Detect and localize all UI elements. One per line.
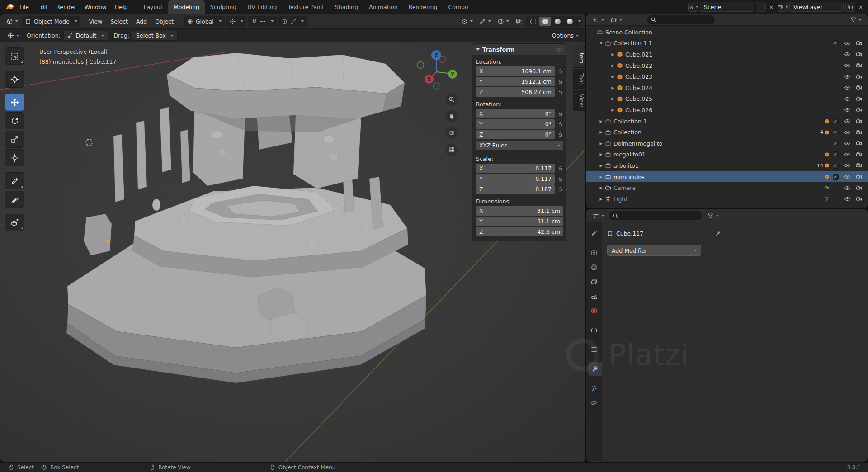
menubar-item[interactable]: File — [15, 0, 33, 14]
expand-arrow[interactable]: ▶ — [598, 197, 604, 201]
expand-arrow[interactable]: ▼ — [598, 41, 604, 45]
transform-orientation-dropdown[interactable]: Global — [184, 16, 225, 27]
tool-button[interactable] — [5, 191, 24, 208]
disable-in-render-camera-icon[interactable] — [856, 96, 862, 102]
unlink-scene-button[interactable]: × — [768, 2, 775, 12]
lock-icon[interactable] — [557, 79, 563, 85]
hide-in-viewport-eye-icon[interactable] — [844, 96, 850, 102]
outliner-row[interactable]: Scene Collection ✓ — [586, 27, 868, 38]
shading-dropdown[interactable] — [578, 20, 581, 22]
outliner-row[interactable]: ▶ arbolito1 14 ✓ — [586, 160, 868, 171]
exclude-checkbox[interactable]: ✓ — [833, 118, 839, 124]
lock-icon[interactable] — [557, 165, 563, 171]
pin-icon[interactable] — [715, 230, 721, 236]
hide-in-viewport-eye-icon[interactable] — [844, 129, 850, 136]
menubar-item[interactable]: Help — [111, 0, 132, 14]
workspace-tab[interactable]: UV Editing — [242, 0, 282, 14]
dimensions-field[interactable]: Z 42.6 cm — [476, 227, 563, 236]
disable-in-render-camera-icon[interactable] — [856, 185, 862, 191]
rotation-field[interactable]: X 0° — [476, 109, 555, 118]
properties-tab[interactable] — [586, 343, 602, 356]
lock-icon[interactable] — [557, 68, 563, 74]
panel-drag-handle[interactable] — [556, 47, 562, 52]
properties-tab[interactable] — [586, 246, 602, 260]
viewport-menu-item[interactable]: Add — [132, 18, 151, 25]
disable-in-render-camera-icon[interactable] — [856, 40, 862, 47]
disable-in-render-camera-icon[interactable] — [856, 107, 862, 113]
sidebar-tab[interactable]: Item — [573, 47, 585, 68]
exclude-checkbox[interactable]: ✓ — [833, 151, 839, 157]
location-field[interactable]: Y 1912.1 cm — [476, 77, 555, 86]
hide-in-viewport-eye-icon[interactable] — [844, 185, 850, 191]
menubar-item[interactable]: Render — [52, 0, 80, 14]
viewport-menu-item[interactable]: Select — [106, 18, 132, 25]
disable-in-render-camera-icon[interactable] — [856, 151, 862, 158]
add-modifier-button[interactable]: Add Modifier — [607, 245, 701, 256]
hide-in-viewport-eye-icon[interactable] — [844, 74, 850, 80]
properties-tab[interactable] — [586, 227, 602, 240]
remove-viewlayer-button[interactable]: × — [857, 2, 864, 12]
shading-rendered-button[interactable] — [564, 17, 576, 26]
expand-arrow[interactable]: ▶ — [598, 186, 604, 190]
exclude-checkbox[interactable]: ✓ — [833, 141, 839, 146]
transform-panel-header[interactable]: Transform — [472, 44, 566, 55]
hide-in-viewport-eye-icon[interactable] — [844, 174, 850, 180]
workspace-tab[interactable]: Rendering — [403, 0, 443, 14]
workspace-tab[interactable]: Animation — [363, 0, 403, 14]
rotation-field[interactable]: Y 0° — [476, 119, 555, 129]
disable-in-render-camera-icon[interactable] — [856, 51, 862, 57]
outliner-row[interactable]: ▶ Light ✓ — [586, 194, 868, 205]
tool-button[interactable] — [5, 47, 24, 65]
scene-name-field[interactable]: Scene — [700, 2, 754, 12]
menubar-item[interactable]: Edit — [33, 0, 52, 14]
tool-button[interactable] — [5, 71, 24, 88]
outliner-row[interactable]: ▶ Cube.026 ✓ — [586, 104, 868, 116]
active-tool-dropdown[interactable] — [5, 30, 21, 41]
expand-arrow[interactable]: ▶ — [598, 119, 604, 123]
visibility-dropdown[interactable] — [459, 16, 475, 27]
drag-dropdown[interactable]: Select Box — [132, 31, 178, 41]
tool-button[interactable] — [5, 131, 24, 148]
outliner-filter-button[interactable] — [848, 14, 864, 25]
expand-arrow[interactable]: ▶ — [598, 175, 604, 179]
exclude-checkbox[interactable]: ✓ — [833, 174, 839, 180]
rotation-field[interactable]: Z 0° — [476, 130, 555, 139]
outliner-row[interactable]: ▶ Camera ✓ — [586, 182, 868, 194]
properties-tab[interactable] — [586, 396, 602, 410]
outliner-row[interactable]: ▶ monticulos ✓ — [586, 171, 868, 183]
outliner-display-mode-dropdown[interactable] — [608, 14, 624, 25]
pivot-point-dropdown[interactable] — [226, 16, 246, 27]
hide-in-viewport-eye-icon[interactable] — [844, 162, 850, 169]
hide-in-viewport-eye-icon[interactable] — [844, 107, 850, 113]
exclude-checkbox[interactable]: ✓ — [833, 129, 839, 135]
outliner-row[interactable]: ▶ Cube.023 ✓ — [586, 71, 868, 82]
disable-in-render-camera-icon[interactable] — [856, 74, 862, 80]
tool-button[interactable] — [5, 172, 24, 189]
shading-wireframe-button[interactable] — [527, 17, 539, 26]
disable-in-render-camera-icon[interactable] — [856, 62, 862, 69]
outliner-row[interactable]: ▶ Cube.022 ✓ — [586, 60, 868, 71]
outliner-row[interactable]: ▶ Dolmen(megalito ✓ — [586, 138, 868, 149]
disable-in-render-camera-icon[interactable] — [856, 118, 862, 124]
options-dropdown[interactable]: Options — [550, 30, 581, 41]
rotation-mode-dropdown[interactable]: XYZ Euler — [476, 141, 563, 150]
outliner-row[interactable]: ▶ Cube.024 ✓ — [586, 82, 868, 94]
tool-button[interactable] — [5, 112, 24, 129]
expand-arrow[interactable]: ▶ — [598, 142, 604, 146]
location-field[interactable]: Z 506.27 cm — [476, 87, 555, 97]
workspace-tab[interactable]: Compo — [443, 0, 473, 14]
exclude-checkbox[interactable]: ✓ — [833, 163, 839, 169]
viewlayer-icon[interactable] — [778, 2, 788, 12]
outliner-row[interactable]: ▼ Collection 1 1 ✓ — [586, 38, 868, 49]
workspace-tab[interactable]: Modeling — [168, 0, 205, 14]
shading-material-button[interactable] — [552, 17, 563, 26]
show-overlays-toggle[interactable] — [495, 16, 511, 27]
properties-filter-button[interactable] — [705, 210, 721, 221]
shading-solid-button[interactable] — [539, 17, 551, 26]
viewlayer-name-field[interactable]: ViewLayer — [789, 2, 844, 12]
expand-arrow[interactable]: ▶ — [610, 86, 616, 90]
outliner-row[interactable]: ▶ Collection 4 ✓ — [586, 127, 868, 138]
outliner-editor-type-menu[interactable] — [590, 14, 606, 25]
properties-editor-type-menu[interactable] — [590, 210, 606, 221]
sidebar-tab[interactable]: Tool — [573, 69, 585, 88]
